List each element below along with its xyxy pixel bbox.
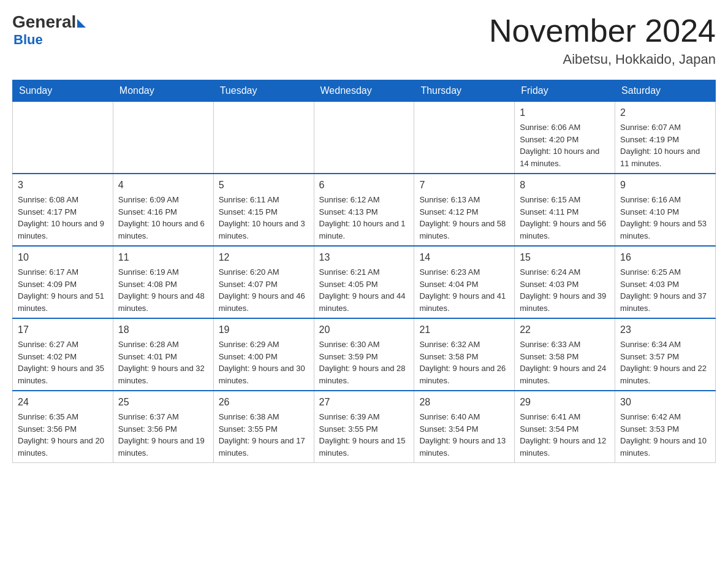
cell-content: 13Sunrise: 6:21 AMSunset: 4:05 PMDayligh… xyxy=(319,250,409,314)
calendar-week-row: 1Sunrise: 6:06 AMSunset: 4:20 PMDaylight… xyxy=(13,102,716,174)
day-number: 26 xyxy=(219,395,309,410)
sunset-text: Sunset: 4:04 PM xyxy=(419,280,478,289)
cell-content: 7Sunrise: 6:13 AMSunset: 4:12 PMDaylight… xyxy=(419,178,509,242)
sunrise-text: Sunrise: 6:39 AM xyxy=(319,412,380,421)
cell-content: 19Sunrise: 6:29 AMSunset: 4:00 PMDayligh… xyxy=(219,323,309,386)
calendar-cell: 20Sunrise: 6:30 AMSunset: 3:59 PMDayligh… xyxy=(314,318,414,391)
calendar-cell: 2Sunrise: 6:07 AMSunset: 4:19 PMDaylight… xyxy=(615,102,716,174)
sunrise-text: Sunrise: 6:07 AM xyxy=(620,123,681,132)
sunset-text: Sunset: 3:56 PM xyxy=(18,424,77,434)
calendar-week-row: 24Sunrise: 6:35 AMSunset: 3:56 PMDayligh… xyxy=(13,391,716,463)
sunset-text: Sunset: 4:13 PM xyxy=(319,207,378,216)
daylight-text: Daylight: 10 hours and 3 minutes. xyxy=(219,219,305,240)
day-number: 7 xyxy=(419,178,509,193)
weekday-header-friday: Friday xyxy=(515,80,615,102)
calendar-cell xyxy=(113,102,213,174)
daylight-text: Daylight: 10 hours and 11 minutes. xyxy=(620,147,700,168)
calendar-cell: 17Sunrise: 6:27 AMSunset: 4:02 PMDayligh… xyxy=(13,318,113,391)
sunrise-text: Sunrise: 6:41 AM xyxy=(520,412,580,421)
sunset-text: Sunset: 4:03 PM xyxy=(620,280,679,289)
sunset-text: Sunset: 4:07 PM xyxy=(219,280,278,289)
daylight-text: Daylight: 9 hours and 15 minutes. xyxy=(319,436,406,458)
calendar-cell: 7Sunrise: 6:13 AMSunset: 4:12 PMDaylight… xyxy=(414,174,515,246)
cell-content: 5Sunrise: 6:11 AMSunset: 4:15 PMDaylight… xyxy=(219,178,309,242)
day-number: 1 xyxy=(520,105,610,120)
day-number: 30 xyxy=(620,395,710,410)
day-number: 29 xyxy=(520,395,610,410)
sunrise-text: Sunrise: 6:42 AM xyxy=(620,412,681,421)
day-number: 20 xyxy=(319,323,409,337)
sunrise-text: Sunrise: 6:29 AM xyxy=(219,340,279,349)
day-number: 11 xyxy=(118,250,208,265)
day-number: 4 xyxy=(118,178,208,193)
daylight-text: Daylight: 9 hours and 48 minutes. xyxy=(118,291,205,313)
day-number: 14 xyxy=(419,250,509,265)
cell-content: 17Sunrise: 6:27 AMSunset: 4:02 PMDayligh… xyxy=(18,323,108,386)
cell-content: 18Sunrise: 6:28 AMSunset: 4:01 PMDayligh… xyxy=(118,323,208,386)
cell-content: 30Sunrise: 6:42 AMSunset: 3:53 PMDayligh… xyxy=(620,395,710,459)
sunset-text: Sunset: 4:16 PM xyxy=(118,207,177,216)
sunset-text: Sunset: 4:08 PM xyxy=(118,280,177,289)
calendar-cell: 3Sunrise: 6:08 AMSunset: 4:17 PMDaylight… xyxy=(13,174,113,246)
calendar-cell: 29Sunrise: 6:41 AMSunset: 3:54 PMDayligh… xyxy=(515,391,615,463)
calendar-cell: 10Sunrise: 6:17 AMSunset: 4:09 PMDayligh… xyxy=(13,246,113,318)
sunrise-text: Sunrise: 6:25 AM xyxy=(620,267,681,277)
daylight-text: Daylight: 9 hours and 41 minutes. xyxy=(419,291,506,313)
calendar-cell: 30Sunrise: 6:42 AMSunset: 3:53 PMDayligh… xyxy=(615,391,716,463)
daylight-text: Daylight: 10 hours and 1 minute. xyxy=(319,219,406,240)
daylight-text: Daylight: 9 hours and 30 minutes. xyxy=(219,364,305,385)
daylight-text: Daylight: 9 hours and 37 minutes. xyxy=(620,291,707,313)
calendar-cell: 27Sunrise: 6:39 AMSunset: 3:55 PMDayligh… xyxy=(314,391,414,463)
cell-content: 4Sunrise: 6:09 AMSunset: 4:16 PMDaylight… xyxy=(118,178,208,242)
sunrise-text: Sunrise: 6:16 AM xyxy=(620,195,681,204)
sunset-text: Sunset: 4:17 PM xyxy=(18,207,77,216)
sunset-text: Sunset: 4:15 PM xyxy=(219,207,278,216)
calendar-cell xyxy=(414,102,515,174)
sunrise-text: Sunrise: 6:20 AM xyxy=(219,267,279,277)
sunset-text: Sunset: 4:01 PM xyxy=(118,352,177,361)
sunrise-text: Sunrise: 6:40 AM xyxy=(419,412,480,421)
daylight-text: Daylight: 9 hours and 20 minutes. xyxy=(18,436,104,458)
sunrise-text: Sunrise: 6:37 AM xyxy=(118,412,179,421)
sunrise-text: Sunrise: 6:12 AM xyxy=(319,195,380,204)
sunrise-text: Sunrise: 6:38 AM xyxy=(219,412,279,421)
sunrise-text: Sunrise: 6:34 AM xyxy=(620,340,681,349)
calendar-cell: 28Sunrise: 6:40 AMSunset: 3:54 PMDayligh… xyxy=(414,391,515,463)
daylight-text: Daylight: 9 hours and 56 minutes. xyxy=(520,219,606,240)
weekday-header-saturday: Saturday xyxy=(615,80,716,102)
sunset-text: Sunset: 4:09 PM xyxy=(18,280,77,289)
cell-content: 16Sunrise: 6:25 AMSunset: 4:03 PMDayligh… xyxy=(620,250,710,314)
sunset-text: Sunset: 4:12 PM xyxy=(419,207,478,216)
daylight-text: Daylight: 9 hours and 26 minutes. xyxy=(419,364,506,385)
daylight-text: Daylight: 9 hours and 32 minutes. xyxy=(118,364,205,385)
weekday-header-sunday: Sunday xyxy=(13,80,113,102)
daylight-text: Daylight: 9 hours and 24 minutes. xyxy=(520,364,606,385)
cell-content: 15Sunrise: 6:24 AMSunset: 4:03 PMDayligh… xyxy=(520,250,610,314)
sunset-text: Sunset: 3:56 PM xyxy=(118,424,177,434)
calendar-cell: 11Sunrise: 6:19 AMSunset: 4:08 PMDayligh… xyxy=(113,246,213,318)
day-number: 6 xyxy=(319,178,409,193)
day-number: 27 xyxy=(319,395,409,410)
calendar-cell: 9Sunrise: 6:16 AMSunset: 4:10 PMDaylight… xyxy=(615,174,716,246)
daylight-text: Daylight: 9 hours and 13 minutes. xyxy=(419,436,506,458)
cell-content: 2Sunrise: 6:07 AMSunset: 4:19 PMDaylight… xyxy=(620,105,710,169)
cell-content: 21Sunrise: 6:32 AMSunset: 3:58 PMDayligh… xyxy=(419,323,509,386)
sunrise-text: Sunrise: 6:23 AM xyxy=(419,267,480,277)
calendar-cell: 22Sunrise: 6:33 AMSunset: 3:58 PMDayligh… xyxy=(515,318,615,391)
daylight-text: Daylight: 9 hours and 58 minutes. xyxy=(419,219,506,240)
calendar-cell: 1Sunrise: 6:06 AMSunset: 4:20 PMDaylight… xyxy=(515,102,615,174)
daylight-text: Daylight: 9 hours and 51 minutes. xyxy=(18,291,104,313)
calendar-cell: 19Sunrise: 6:29 AMSunset: 4:00 PMDayligh… xyxy=(213,318,314,391)
sunrise-text: Sunrise: 6:13 AM xyxy=(419,195,480,204)
sunset-text: Sunset: 3:54 PM xyxy=(419,424,478,434)
cell-content: 1Sunrise: 6:06 AMSunset: 4:20 PMDaylight… xyxy=(520,105,610,169)
sunset-text: Sunset: 4:20 PM xyxy=(520,135,578,144)
sunrise-text: Sunrise: 6:06 AM xyxy=(520,123,580,132)
sunset-text: Sunset: 3:58 PM xyxy=(520,352,578,361)
sunrise-text: Sunrise: 6:28 AM xyxy=(118,340,179,349)
day-number: 17 xyxy=(18,323,108,337)
sunset-text: Sunset: 3:53 PM xyxy=(620,424,679,434)
sunset-text: Sunset: 4:03 PM xyxy=(520,280,578,289)
sunrise-text: Sunrise: 6:24 AM xyxy=(520,267,580,277)
cell-content: 10Sunrise: 6:17 AMSunset: 4:09 PMDayligh… xyxy=(18,250,108,314)
